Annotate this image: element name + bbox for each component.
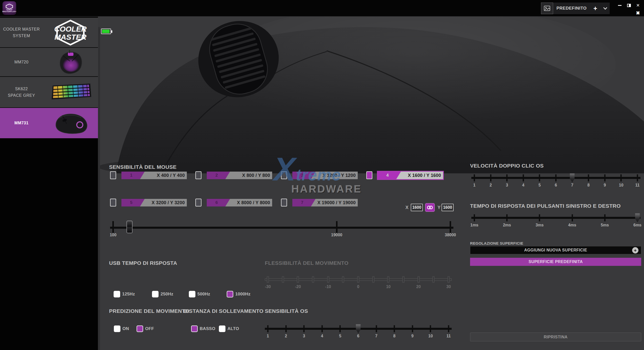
add-surface-button[interactable]: AGGIUNGI NUOVA SUPERFICIE +: [470, 246, 641, 254]
dpi-button-2[interactable]: 2 X 800 / Y 800: [207, 172, 272, 179]
sidebar-item-mm731[interactable]: MM731: [0, 108, 98, 138]
y-dpi-input[interactable]: [442, 204, 454, 211]
movement-flex-slider: -30-20-100102030: [265, 269, 452, 292]
svg-text:MASTER: MASTER: [55, 33, 87, 41]
dpi-checkbox-7[interactable]: [281, 199, 287, 206]
polling-checkbox-250hz[interactable]: [152, 291, 159, 297]
restore-button[interactable]: RIPRISTINA: [470, 333, 641, 341]
profile-image-button[interactable]: [541, 3, 553, 14]
add-profile-button[interactable]: +: [590, 3, 601, 14]
dpi-button-6[interactable]: 6 X 8000 / Y 8000: [207, 199, 272, 206]
mm720-image: [43, 50, 98, 74]
dpi-checkbox-1[interactable]: [110, 171, 116, 179]
tools-icon[interactable]: ✖: [636, 10, 640, 16]
battery-indicator: [101, 29, 111, 34]
button-response-handle[interactable]: [635, 213, 640, 222]
lift-checkbox-basso[interactable]: [191, 325, 198, 332]
mm731-product-photo: [98, 17, 644, 173]
masterplus-hex-icon: [6, 4, 13, 10]
maximize-button[interactable]: [626, 3, 631, 8]
polling-checkbox-1000hz[interactable]: [227, 291, 233, 297]
polling-option-1000hz[interactable]: 1000Hz: [227, 291, 250, 297]
mm731-image: [43, 111, 98, 135]
window-controls: ✕: [617, 3, 640, 8]
lift-checkbox-alto[interactable]: [219, 325, 225, 332]
default-surface-button[interactable]: SUPERFICIE PREDEFINITA: [470, 258, 641, 266]
prediction-option-off[interactable]: OFF: [137, 325, 154, 332]
dpi-button-3[interactable]: 3 X 1200 / Y 1200: [292, 172, 358, 179]
profile-name[interactable]: PREDEFINITO: [553, 3, 590, 14]
x-dpi-input[interactable]: [411, 204, 423, 211]
surface-title: REGOLAZIONE SUPERFICIE: [470, 241, 523, 245]
dpi-button-7[interactable]: 7 X 19000 / Y 19000: [292, 199, 358, 206]
add-surface-plus-icon[interactable]: +: [632, 247, 638, 253]
polling-option-125hz[interactable]: 125Hz: [114, 291, 135, 297]
sidebar-item-sk622[interactable]: SK622SPACE GREY: [0, 77, 98, 107]
close-button[interactable]: ✕: [635, 3, 640, 8]
button-response-slider[interactable]: 1ms2ms3ms4ms5ms6ms: [471, 208, 640, 230]
dpi-button-5[interactable]: 5 X 3200 / Y 3200: [121, 199, 187, 206]
dpi-checkbox-5[interactable]: [110, 199, 116, 206]
titlebar: MASTERPLUS+ PREDEFINITO + ✕ ✖: [0, 0, 644, 16]
image-icon: [544, 5, 550, 11]
chevron-down-icon: [603, 6, 607, 10]
device-sidebar: COOLER MASTER SYSTEM COOLER MASTER MM720: [0, 17, 98, 350]
polling-option-500hz[interactable]: 500Hz: [189, 291, 210, 297]
prediction-option-on[interactable]: ON: [114, 325, 129, 332]
prediction-checkbox-on[interactable]: [114, 325, 120, 332]
dpi-slider-handle[interactable]: [126, 221, 133, 233]
dpi-button-1[interactable]: 1 X 400 / Y 400: [121, 172, 187, 179]
polling-checkbox-125hz[interactable]: [114, 291, 120, 297]
sidebar-item-mm720[interactable]: MM720: [0, 48, 98, 76]
polling-checkbox-500hz[interactable]: [189, 291, 195, 297]
link-icon: [427, 205, 433, 209]
svg-text:COOLER: COOLER: [54, 25, 87, 33]
cooler-master-logo: COOLER MASTER: [43, 19, 98, 46]
x-label: X: [405, 205, 408, 210]
os-sensitivity-handle[interactable]: [355, 324, 361, 333]
dpi-checkbox-4[interactable]: [366, 171, 372, 179]
minimize-button[interactable]: [617, 3, 622, 8]
dpi-checkbox-2[interactable]: [195, 171, 201, 179]
dpi-checkbox-3[interactable]: [281, 171, 287, 179]
lift-off-title: DISTANZA DI SOLLEVAMENTO: [184, 308, 264, 314]
sensitivity-title: SENSIBILITÀ DEL MOUSE: [109, 164, 176, 170]
profile-expand-button[interactable]: [601, 3, 610, 14]
polling-option-250hz[interactable]: 250Hz: [152, 291, 173, 297]
dpi-range-slider[interactable]: 100 19000 38000: [110, 218, 453, 240]
performance-panel: SENSIBILITÀ DEL MOUSE 1 X 400 / Y 400 2 …: [98, 17, 644, 350]
movement-flex-title: FLESSIBILITÀ DEL MOVIMENTO: [265, 260, 348, 266]
app-name: MASTERPLUS+: [2, 11, 16, 12]
xy-link-button[interactable]: [425, 203, 435, 212]
masterplus-window: MASTERPLUS+ PREDEFINITO + ✕ ✖ WIRELESS T…: [0, 0, 644, 350]
sk622-image: [43, 83, 98, 102]
range-max-label: 38000: [445, 233, 456, 237]
dpi-checkbox-6[interactable]: [195, 199, 201, 206]
scroll-strip[interactable]: [98, 27, 100, 350]
y-label: Y: [437, 205, 441, 210]
usb-polling-title: USB TEMPO DI RISPOSTA: [109, 260, 177, 266]
sidebar-item-cooler-master-system[interactable]: COOLER MASTER SYSTEM COOLER MASTER: [0, 18, 98, 47]
lift-option-alto[interactable]: ALTO: [219, 325, 239, 332]
os-sensitivity-slider[interactable]: 1234567891011: [265, 319, 452, 341]
masterplus-logo: MASTERPLUS+: [3, 1, 16, 15]
double-click-slider[interactable]: 1234567891011: [471, 168, 640, 191]
prediction-title: PREDIZIONE DEL MOVIMENTO: [109, 308, 189, 314]
dpi-button-4[interactable]: 4 X 1600 / Y 1600: [378, 172, 443, 179]
double-click-handle[interactable]: [570, 173, 575, 182]
range-min-label: 100: [110, 233, 117, 237]
range-mid-label: 19000: [331, 233, 343, 237]
profile-selector: PREDEFINITO +: [541, 3, 610, 14]
lift-option-basso[interactable]: BASSO: [191, 325, 215, 332]
prediction-checkbox-off[interactable]: [137, 325, 143, 332]
battery-level: [102, 30, 110, 33]
os-sensitivity-title: SENSIBILITÀ OS: [265, 308, 308, 314]
